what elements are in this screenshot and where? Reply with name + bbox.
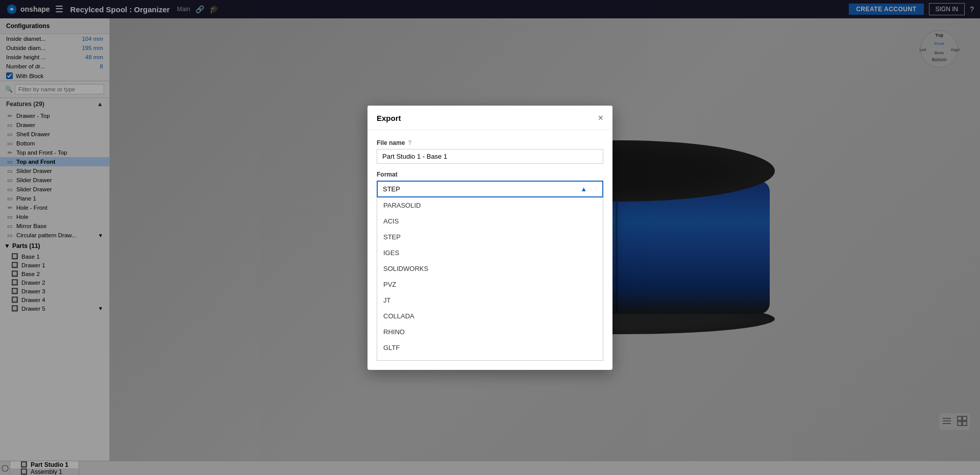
file-name-help-icon[interactable]: ?: [408, 139, 411, 146]
format-option-obj[interactable]: OBJ: [377, 356, 603, 361]
format-option-gltf[interactable]: GLTF: [377, 340, 603, 356]
format-option-pvz[interactable]: PVZ: [377, 277, 603, 292]
format-dropdown: PARASOLIDACISSTEPIGESSOLIDWORKSPVZJTCOLL…: [377, 197, 603, 361]
format-option-acis[interactable]: ACIS: [377, 213, 603, 229]
format-select-wrapper: STEP ▲: [377, 181, 603, 197]
modal-overlay[interactable]: Export × File name ? Format STEP ▲ PARAS…: [0, 0, 980, 475]
modal-header: Export ×: [368, 106, 612, 130]
format-label: Format: [377, 171, 603, 178]
format-option-solidworks[interactable]: SOLIDWORKS: [377, 261, 603, 277]
format-option-iges[interactable]: IGES: [377, 245, 603, 261]
modal-body: File name ? Format STEP ▲ PARASOLIDACISS…: [368, 130, 612, 370]
format-option-step[interactable]: STEP: [377, 229, 603, 245]
file-name-input[interactable]: [377, 149, 603, 164]
format-option-collada[interactable]: COLLADA: [377, 308, 603, 324]
format-option-rhino[interactable]: RHINO: [377, 324, 603, 340]
format-option-parasolid[interactable]: PARASOLID: [377, 197, 603, 213]
selected-format-label: STEP: [383, 185, 400, 193]
format-select-display[interactable]: STEP ▲: [377, 181, 603, 197]
modal-title: Export: [377, 114, 401, 122]
file-name-label: File name ?: [377, 139, 603, 146]
format-dropdown-arrow: ▲: [580, 185, 587, 193]
format-option-jt[interactable]: JT: [377, 292, 603, 308]
modal-close-button[interactable]: ×: [598, 113, 603, 123]
export-modal: Export × File name ? Format STEP ▲ PARAS…: [368, 106, 612, 370]
